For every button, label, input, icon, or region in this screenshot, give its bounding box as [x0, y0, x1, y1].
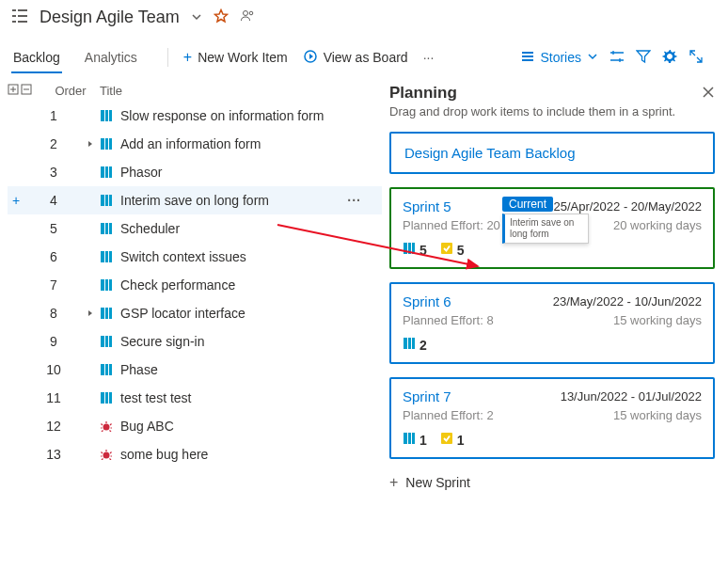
table-row[interactable]: 5Scheduler [8, 214, 382, 243]
work-item-title[interactable]: Phasor [115, 165, 382, 180]
table-row[interactable]: 8GSP locator interface [8, 299, 382, 327]
view-options-icon[interactable] [609, 49, 625, 67]
story-count: 2 [403, 337, 427, 353]
svg-rect-9 [522, 52, 533, 54]
sprint-name[interactable]: Sprint 7 [403, 388, 451, 404]
table-row[interactable]: 6Switch context issues [8, 243, 382, 271]
tab-backlog[interactable]: Backlog [11, 42, 62, 72]
svg-rect-46 [105, 392, 108, 404]
close-icon[interactable] [702, 86, 715, 102]
task-count: 5 [440, 242, 465, 258]
task-count: 1 [440, 432, 465, 448]
svg-rect-57 [404, 433, 407, 444]
table-row[interactable]: 12Bug ABC [8, 412, 382, 440]
svg-rect-53 [441, 243, 452, 254]
svg-rect-59 [412, 433, 415, 444]
divider [167, 48, 168, 67]
work-item-title[interactable]: Interim save on long form [115, 193, 347, 208]
sprint-name[interactable]: Sprint 6 [403, 293, 451, 309]
table-row[interactable]: 10Phase [8, 356, 382, 384]
svg-rect-33 [101, 279, 104, 291]
svg-rect-45 [101, 392, 104, 404]
svg-rect-18 [101, 138, 104, 150]
expand-chevron-icon[interactable] [83, 136, 98, 151]
plus-icon: + [389, 474, 398, 491]
collapse-all-icon[interactable] [21, 84, 32, 98]
expand-chevron-icon[interactable] [83, 306, 98, 321]
plus-icon: + [183, 49, 192, 66]
row-order: 3 [24, 165, 83, 180]
work-item-title[interactable]: Scheduler [115, 221, 382, 236]
table-row[interactable]: 11test test test [8, 384, 382, 412]
row-more-icon[interactable]: ··· [347, 193, 382, 208]
user-story-icon [403, 337, 416, 353]
task-icon [440, 432, 453, 448]
user-story-icon [98, 335, 115, 348]
work-item-title[interactable]: Switch context issues [115, 249, 382, 264]
story-count: 1 [403, 432, 427, 448]
svg-rect-56 [412, 338, 415, 349]
backlog-level-dropdown[interactable]: Stories [521, 50, 598, 66]
new-work-item-button[interactable]: + New Work Item [176, 45, 295, 70]
svg-point-48 [103, 424, 110, 431]
expand-all-icon[interactable] [8, 84, 19, 98]
row-order: 2 [24, 136, 83, 151]
view-as-board-button[interactable]: View as Board [295, 45, 416, 71]
svg-rect-50 [404, 243, 407, 254]
settings-gear-icon[interactable] [662, 49, 677, 67]
board-icon [303, 49, 318, 67]
favorite-star-icon[interactable] [214, 8, 229, 26]
svg-rect-44 [109, 364, 112, 375]
filter-icon[interactable] [636, 49, 651, 67]
table-row[interactable]: 7Check performance [8, 271, 382, 299]
work-item-title[interactable]: some bug here [115, 447, 382, 462]
new-sprint-label: New Sprint [405, 475, 469, 490]
sprint-card[interactable]: Sprint 713/Jun/2022 - 01/Jul/2022Planned… [389, 377, 715, 459]
work-item-title[interactable]: Slow response on information form [115, 108, 382, 123]
work-item-title[interactable]: test test test [115, 390, 382, 405]
row-order: 8 [24, 306, 83, 321]
svg-rect-25 [105, 195, 108, 206]
chevron-down-icon[interactable] [191, 10, 202, 25]
sprint-card[interactable]: Sprint 623/May/2022 - 10/Jun/2022Planned… [389, 282, 715, 364]
toolbar-more-icon[interactable]: ··· [416, 46, 442, 69]
add-child-icon[interactable]: + [8, 193, 24, 208]
table-row[interactable]: 3Phasor [8, 158, 382, 186]
table-row[interactable]: 9Secure sign-in [8, 327, 382, 356]
svg-rect-0 [12, 9, 16, 11]
user-story-icon [98, 194, 115, 207]
svg-rect-32 [109, 251, 112, 262]
work-item-title[interactable]: Phase [115, 362, 382, 377]
team-icon[interactable] [240, 8, 255, 26]
planned-effort: Planned Effort: 2 [403, 408, 494, 422]
fullscreen-icon[interactable] [688, 49, 704, 67]
stories-label: Stories [540, 50, 581, 65]
column-header-title[interactable]: Title [100, 84, 382, 98]
table-row[interactable]: 13some bug here [8, 440, 382, 468]
table-row[interactable]: 2Add an information form [8, 130, 382, 158]
sprint-name[interactable]: Sprint 5 [403, 198, 451, 214]
story-count: 5 [403, 242, 427, 258]
working-days: 15 working days [613, 313, 702, 327]
tab-analytics[interactable]: Analytics [83, 42, 139, 72]
sprint-card[interactable]: Sprint 5Current25/Apr/2022 - 20/May/2022… [389, 187, 715, 269]
view-as-board-label: View as Board [324, 50, 408, 65]
new-sprint-button[interactable]: + New Sprint [389, 474, 715, 491]
page-title[interactable]: Design Agile Team [40, 8, 180, 27]
work-item-title[interactable]: Bug ABC [115, 419, 382, 434]
svg-rect-17 [109, 110, 112, 121]
svg-rect-60 [441, 433, 452, 444]
svg-rect-40 [105, 336, 108, 347]
svg-rect-26 [109, 195, 112, 206]
work-item-title[interactable]: Add an information form [115, 136, 382, 151]
work-item-title[interactable]: Secure sign-in [115, 334, 382, 349]
svg-rect-39 [101, 336, 104, 347]
svg-rect-58 [408, 433, 411, 444]
work-item-title[interactable]: GSP locator interface [115, 306, 382, 321]
row-order: 7 [24, 277, 83, 293]
column-header-order[interactable]: Order [41, 84, 100, 98]
table-row[interactable]: +4Interim save on long form··· [8, 186, 382, 214]
table-row[interactable]: 1Slow response on information form [8, 102, 382, 130]
work-item-title[interactable]: Check performance [115, 277, 382, 293]
backlog-card[interactable]: Design Agile Team Backlog [389, 132, 715, 174]
